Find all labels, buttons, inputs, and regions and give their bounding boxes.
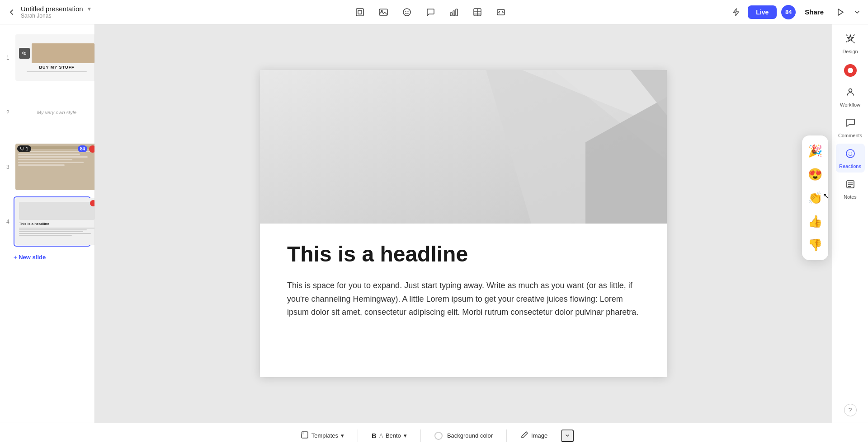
svg-point-5 [406,11,406,12]
templates-button[interactable]: Templates ▾ [294,428,350,444]
record-button[interactable] [836,60,865,80]
font-button[interactable]: B A Bento ▾ [365,429,413,443]
svg-rect-8 [453,11,455,16]
bold-icon: B [372,432,377,439]
live-button[interactable]: Live [748,5,777,19]
slide1-icon: 🛍 [19,48,30,59]
reactions-icon [845,148,856,162]
table-icon[interactable] [470,5,485,19]
record-icon [844,64,857,77]
reaction-thumbs-down[interactable]: 👎 [805,235,825,255]
image-options-button[interactable] [561,429,574,442]
slide-panel: 1 🛍 BUY MY STUFF 2 [0,24,95,423]
slide-thumbnail-3[interactable]: 3 🗨1 [14,142,91,192]
svg-point-25 [851,153,852,154]
slide-body-text[interactable]: This is space for you to expand. Just st… [287,279,640,319]
comment-badge: 🗨1 [17,145,31,152]
topbar: Untitled presentation ▼ Sarah Jonas [0,0,868,24]
design-panel-button[interactable]: Design [836,29,865,58]
slide-thumbnail-1[interactable]: 1 🛍 BUY MY STUFF [14,33,91,83]
reactions-popup: 🎉 😍 👏 ↖ 👍 👎 [802,135,828,260]
reactions-panel-button[interactable]: Reactions [836,144,865,173]
color-circle [434,432,443,440]
slide-number-3: 3 [6,164,9,170]
design-label: Design [842,49,858,54]
toolbar-center [136,5,725,19]
font-icon: A [379,433,383,439]
topbar-right: Live 84 Share [729,5,863,19]
divider-2 [420,429,421,442]
image-icon[interactable] [376,5,391,19]
red-dot-4 [90,200,95,206]
notes-label: Notes [844,194,857,200]
image-edit-button[interactable]: Image [514,428,554,443]
background-color-button[interactable]: Background color [428,429,499,443]
avatar: 84 [781,5,796,19]
slide1-img [32,43,94,63]
reactions-label: Reactions [839,163,861,169]
style-label: Bento [386,432,401,439]
presentation-title[interactable]: Untitled presentation [21,5,83,13]
reaction-thumbs-up[interactable]: 👍 [805,211,825,231]
templates-caret: ▾ [341,432,344,439]
workflow-panel-button[interactable]: Workflow [836,82,865,111]
slide-list: 1 🛍 BUY MY STUFF 2 [4,29,91,247]
slide-thumbnail-2[interactable]: 2 My very own style [14,87,91,137]
embed-icon[interactable] [494,5,508,19]
topbar-left: Untitled presentation ▼ Sarah Jonas [5,5,132,19]
workflow-label: Workflow [840,102,860,107]
reaction-clapping[interactable]: 👏 ↖ [805,188,825,208]
comments-icon [845,117,856,131]
help-icon: ? [849,406,852,414]
svg-rect-1 [358,10,362,14]
svg-point-6 [408,11,409,12]
slide-canvas[interactable]: THIS IS A SUBHEADLINE [260,70,667,377]
svg-point-4 [403,9,410,16]
slide4-headline-text: This is a headline [19,222,94,226]
pencil-icon [520,431,528,440]
svg-rect-0 [356,9,363,16]
lightning-button[interactable] [729,5,743,19]
right-panel: Design Workflow Comm [832,24,868,423]
comment-icon[interactable] [423,5,438,19]
svg-marker-15 [838,9,843,15]
chart-icon[interactable] [447,5,461,19]
style-caret: ▾ [404,432,407,439]
title-caret[interactable]: ▼ [87,6,92,12]
notes-icon [845,179,856,192]
background-color-label: Background color [447,432,493,439]
geometric-background [260,70,667,224]
play-options-button[interactable] [852,5,863,19]
help-button[interactable]: ? [844,404,857,416]
new-slide-button[interactable]: + New slide [4,249,91,263]
slide1-text: BUY MY STUFF [39,65,74,70]
red-dot-3 [89,145,95,153]
reaction-party-popper[interactable]: 🎉 [805,141,825,161]
badge-84: 84 [78,145,87,152]
comments-label: Comments [838,133,862,138]
title-block: Untitled presentation ▼ Sarah Jonas [21,5,92,19]
slide-top-image: THIS IS A SUBHEADLINE [260,70,667,224]
slide-number-4: 4 [6,219,9,225]
templates-icon [301,431,309,441]
slide-headline[interactable]: This is a headline [287,242,640,266]
comments-panel-button[interactable]: Comments [836,113,865,142]
sticker-icon[interactable] [400,5,414,19]
svg-rect-9 [456,9,458,16]
svg-point-23 [846,149,854,158]
slide-number-2: 2 [6,109,9,116]
slide2-text: My very own style [37,110,76,115]
play-button[interactable] [833,5,847,19]
notes-panel-button[interactable]: Notes [836,174,865,203]
svg-rect-2 [379,9,387,15]
workflow-icon [845,87,856,100]
back-button[interactable] [5,6,18,19]
slide-thumbnail-4[interactable]: 4 This is a headline [14,196,91,247]
templates-label: Templates [311,432,338,439]
author-name: Sarah Jonas [21,13,92,19]
reaction-heart-eyes[interactable]: 😍 [805,164,825,184]
frame-icon[interactable] [353,5,367,19]
bottom-toolbar: Templates ▾ B A Bento ▾ Background color… [0,423,868,448]
share-button[interactable]: Share [800,5,828,19]
svg-point-24 [849,153,849,154]
